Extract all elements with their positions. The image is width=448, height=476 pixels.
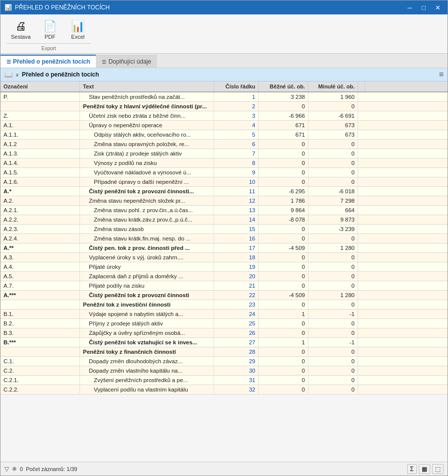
data-table: Označení Text Číslo řádku Běžné úč. ob. … bbox=[0, 81, 448, 462]
cell-text: Vyúčtované nákladové a výnosové ú... bbox=[80, 168, 214, 177]
section-menu-icon[interactable]: ≡ bbox=[439, 70, 444, 79]
close-button[interactable]: ✕ bbox=[432, 2, 444, 12]
cell-oznaceni: B.2. bbox=[0, 319, 80, 328]
cell-bezne: -6 966 bbox=[259, 111, 308, 120]
table-row[interactable]: A.7. Přijaté podíly na zisku 21 0 0 bbox=[0, 281, 448, 291]
cell-text: Změna stavu pohl. z prov.čin.,a.ú.čas... bbox=[80, 206, 214, 215]
cell-oznaceni: C.2. bbox=[0, 366, 80, 375]
export-group-label: Export bbox=[6, 43, 91, 51]
cell-minule: 673 bbox=[308, 130, 358, 139]
table-row[interactable]: A.1. Úpravy o nepeněžní operace 4 671 67… bbox=[0, 121, 448, 130]
table-row[interactable]: Peněžní tok z investiční činnosti 23 0 0 bbox=[0, 300, 448, 310]
cell-text: Zápůjčky a úvěry spřízněným osobá... bbox=[80, 328, 214, 337]
tab-doplnujici[interactable]: ☰ Doplňující údaje bbox=[96, 55, 157, 68]
cell-cislo: 14 bbox=[214, 215, 259, 224]
cell-cislo: 27 bbox=[214, 338, 259, 347]
table-row[interactable]: A.4. Přijaté úroky 19 0 0 bbox=[0, 262, 448, 272]
excel-button[interactable]: 📊 Excel bbox=[65, 17, 91, 42]
cell-cislo: 8 bbox=[214, 159, 259, 167]
table-row[interactable]: A.** Čistý pen. tok z prov. činnosti pře… bbox=[0, 243, 448, 253]
window-controls: ─ □ ✕ bbox=[404, 2, 444, 12]
title-bar-left: 📊 PŘEHLED O PENĚŽNÍCH TOCÍCH bbox=[4, 4, 110, 11]
table-row[interactable]: A.2.2. Změna stavu krátk.záv.z prov.č.,p… bbox=[0, 215, 448, 225]
filter-icon[interactable]: ▽ bbox=[4, 466, 9, 473]
snowflake-icon[interactable]: ❄ bbox=[12, 466, 17, 473]
cell-bezne: 0 bbox=[259, 159, 308, 167]
pdf-label: PDF bbox=[45, 34, 56, 40]
table-row[interactable]: A.*** Čistý peněžní tok z provozní činno… bbox=[0, 291, 448, 300]
table-row[interactable]: Z. Účetní zisk nebo ztráta z běžné činn.… bbox=[0, 111, 448, 121]
cell-bezne: -4 509 bbox=[259, 291, 308, 300]
table-row[interactable]: A.1.6. Případné úpravy o další nepeněžní… bbox=[0, 177, 448, 187]
export-view-button[interactable]: ⬚ bbox=[432, 464, 444, 474]
cell-oznaceni bbox=[0, 102, 80, 111]
table-row[interactable]: C.2. Dopady změn vlastního kapitálu na..… bbox=[0, 366, 448, 376]
minimize-button[interactable]: ─ bbox=[404, 2, 416, 12]
table-row[interactable]: A.1.3. Zisk (ztráta) z prodeje stálých a… bbox=[0, 149, 448, 159]
table-row[interactable]: B.1. Výdaje spojené s nabytím stálých a.… bbox=[0, 310, 448, 319]
cell-bezne: 0 bbox=[259, 385, 308, 394]
table-row[interactable]: P. Stav peněžních prostředků na začát...… bbox=[0, 92, 448, 102]
table-row[interactable]: C.2.2. Vyplacení podílu na vlastním kapi… bbox=[0, 385, 448, 395]
window-title: PŘEHLED O PENĚŽNÍCH TOCÍCH bbox=[15, 4, 110, 11]
table-row[interactable]: A.* Čistý peněžní tok z provozní činnost… bbox=[0, 187, 448, 196]
title-bar: 📊 PŘEHLED O PENĚŽNÍCH TOCÍCH ─ □ ✕ bbox=[0, 0, 448, 14]
pdf-icon: 📄 bbox=[43, 20, 57, 33]
cell-cislo: 6 bbox=[214, 140, 259, 149]
sestava-button[interactable]: 🖨 Sestava bbox=[6, 17, 35, 42]
table-row[interactable]: A.3. Vyplacené úroky s výj. úroků zahrn.… bbox=[0, 253, 448, 262]
cell-cislo: 20 bbox=[214, 272, 259, 281]
cell-oznaceni: Z. bbox=[0, 111, 80, 120]
cell-cislo: 18 bbox=[214, 253, 259, 262]
table-row[interactable]: Peněžní toky z hlavní výdělečné činnosti… bbox=[0, 102, 448, 111]
table-row[interactable]: B.2. Příjmy z prodeje stálých aktiv 25 0… bbox=[0, 319, 448, 328]
table-row[interactable]: A.2.3. Změna stavu zásob 15 0 -3 239 bbox=[0, 225, 448, 234]
table-row[interactable]: C.2.1. Zvýšení peněžních prostředků a pe… bbox=[0, 376, 448, 385]
grid-view-button[interactable]: ▦ bbox=[419, 464, 430, 474]
cell-minule: 0 bbox=[308, 376, 358, 385]
cell-oznaceni: A.2.2. bbox=[0, 215, 80, 224]
cell-oznaceni: A.2.3. bbox=[0, 225, 80, 234]
pdf-button[interactable]: 📄 PDF bbox=[37, 17, 63, 42]
table-row[interactable]: A.2.1. Změna stavu pohl. z prov.čin.,a.ú… bbox=[0, 206, 448, 215]
cell-bezne: 3 238 bbox=[259, 92, 308, 101]
cell-text: Výnosy z podílů na zisku bbox=[80, 159, 214, 167]
cell-cislo: 31 bbox=[214, 376, 259, 385]
table-row[interactable]: Peněžní toky z finančních činností 28 0 … bbox=[0, 347, 448, 357]
cell-text: Změna stavu nepeněžních složek pr... bbox=[80, 196, 214, 205]
table-row[interactable]: A.1.2 Změna stavu opravných položek, re.… bbox=[0, 140, 448, 149]
maximize-button[interactable]: □ bbox=[418, 2, 430, 12]
section-collapse-button[interactable]: ∨ bbox=[15, 72, 19, 78]
cell-oznaceni: A.1.1. bbox=[0, 130, 80, 139]
cell-cislo: 5 bbox=[214, 130, 259, 139]
table-row[interactable]: A.2. Změna stavu nepeněžních složek pr..… bbox=[0, 196, 448, 206]
col-header-oznaceni: Označení bbox=[0, 81, 80, 91]
col-header-cislo: Číslo řádku bbox=[214, 81, 259, 91]
toolbar-button-group: 🖨 Sestava 📄 PDF 📊 Excel bbox=[6, 17, 442, 42]
section-title: Přehled o peněžních tocích bbox=[22, 71, 436, 78]
cell-minule: 1 280 bbox=[308, 291, 358, 300]
table-row[interactable]: A.1.1. Odpisy stálých aktiv, oceňovacího… bbox=[0, 130, 448, 140]
table-row[interactable]: B.3. Zápůjčky a úvěry spřízněným osobá..… bbox=[0, 328, 448, 338]
cell-text: Změna stavu opravných položek, re... bbox=[80, 140, 214, 149]
cell-minule: 0 bbox=[308, 272, 358, 281]
table-row[interactable]: A.5. Zaplacená daň z příjmů a doměrky ..… bbox=[0, 272, 448, 281]
sum-button[interactable]: Σ bbox=[407, 464, 417, 474]
status-bar: ▽ ❄ 0 Počet záznamů: 1/39 Σ ▦ ⬚ bbox=[0, 462, 448, 476]
table-row[interactable]: B.*** Čistý peněžní tok vztahující se k … bbox=[0, 338, 448, 347]
cell-cislo: 23 bbox=[214, 300, 259, 309]
table-body[interactable]: P. Stav peněžních prostředků na začát...… bbox=[0, 92, 448, 462]
table-row[interactable]: C.1. Dopady změn dlouhodobých závaz... 2… bbox=[0, 357, 448, 366]
status-left: ▽ ❄ 0 Počet záznamů: 1/39 bbox=[4, 466, 77, 473]
col-header-scroll-space bbox=[358, 81, 365, 91]
table-row[interactable]: A.1.4. Výnosy z podílů na zisku 8 0 0 bbox=[0, 159, 448, 168]
cell-text: Přijaté úroky bbox=[80, 262, 214, 271]
tab-prehled[interactable]: ☰ Přehled o peněžních tocích bbox=[0, 55, 96, 68]
cell-text: Odpisy stálých aktiv, oceňovacího ro... bbox=[80, 130, 214, 139]
cell-oznaceni: A.1. bbox=[0, 121, 80, 130]
table-row[interactable]: A.2.4. Změna stavu krátk.fin.maj. nesp. … bbox=[0, 234, 448, 243]
table-row[interactable]: A.1.5. Vyúčtované nákladové a výnosové ú… bbox=[0, 168, 448, 177]
cell-minule: 0 bbox=[308, 253, 358, 262]
cell-minule: 0 bbox=[308, 262, 358, 271]
cell-oznaceni: A.2.4. bbox=[0, 234, 80, 243]
